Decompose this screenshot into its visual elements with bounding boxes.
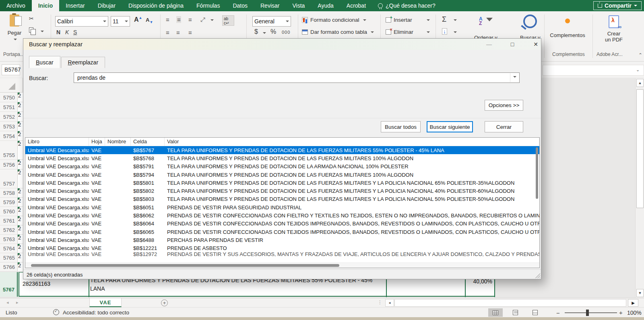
partial-cell[interactable]: 2 bbox=[18, 188, 23, 198]
bold-button[interactable]: N bbox=[56, 29, 60, 35]
tab-disposicion[interactable]: Disposición de página bbox=[122, 0, 190, 11]
vertical-scrollbar[interactable]: ▲ ▼ bbox=[635, 78, 644, 298]
new-sheet-button[interactable]: + bbox=[161, 299, 168, 306]
increase-font-button[interactable]: A▲ bbox=[134, 16, 142, 23]
result-row[interactable]: Umbral VAE Descarga.xlsxVAE$B$6065PRENDA… bbox=[25, 228, 539, 236]
result-row[interactable]: Umbral VAE Descarga.xlsxVAE$B$5803TELA P… bbox=[25, 195, 539, 203]
page-break-button[interactable] bbox=[528, 308, 542, 317]
result-row[interactable]: Umbral VAE Descarga.xlsxVAE$B$5768TELA P… bbox=[25, 154, 539, 162]
tab-archivo[interactable]: Archivo bbox=[0, 0, 32, 11]
partial-cell[interactable]: 2 bbox=[18, 198, 23, 207]
name-box[interactable]: B5767 bbox=[2, 64, 20, 75]
result-row[interactable]: Umbral VAE Descarga.xlsxVAE$B$5791TELA P… bbox=[25, 163, 539, 171]
horizontal-scrollbar[interactable] bbox=[394, 299, 626, 307]
align-bottom-button[interactable]: ≡ bbox=[188, 16, 192, 23]
accessibility-status[interactable]: Accesibilidad: todo correcto bbox=[63, 310, 129, 316]
align-center-button[interactable]: ≡ bbox=[176, 29, 180, 36]
tab-splitter[interactable]: ⋮ bbox=[378, 299, 382, 305]
partial-cell[interactable]: 2 bbox=[18, 207, 23, 216]
paste-button[interactable]: Pegar bbox=[4, 14, 25, 42]
tab-formulas[interactable]: Fórmulas bbox=[190, 0, 226, 11]
partial-cell[interactable]: 2 bbox=[18, 216, 23, 225]
sheet-tab-vae[interactable]: VAE bbox=[89, 298, 122, 307]
row-header-5761[interactable]: 57612 bbox=[0, 216, 23, 225]
select-all-corner[interactable] bbox=[0, 78, 23, 93]
partial-cell[interactable]: 2 bbox=[18, 169, 23, 188]
tab-datos[interactable]: Datos bbox=[226, 0, 254, 11]
prev-sheet-icon[interactable]: ◂ bbox=[6, 300, 9, 305]
row-header-5764[interactable]: 57642 bbox=[0, 244, 23, 253]
row-header-5751[interactable]: 57512 bbox=[0, 102, 23, 112]
partial-cell[interactable]: 2 bbox=[18, 131, 23, 141]
row-header-5760[interactable]: 57602 bbox=[0, 207, 23, 216]
chevron-down-icon[interactable] bbox=[454, 31, 457, 35]
row-header-5755[interactable]: 57552 bbox=[0, 141, 23, 160]
cut-button[interactable]: ✂ bbox=[29, 15, 34, 22]
partial-cell[interactable]: 2 bbox=[18, 122, 23, 131]
tell-me-search[interactable]: ¿Qué desea hacer? bbox=[372, 0, 441, 11]
row-header-5759[interactable]: 57592 bbox=[0, 198, 23, 207]
row-header-5756[interactable]: 57562 bbox=[0, 160, 23, 169]
zoom-in-button[interactable]: + bbox=[619, 309, 623, 316]
hscroll-right-icon[interactable]: ▶ bbox=[628, 299, 638, 307]
tab-dibujar[interactable]: Dibujar bbox=[91, 0, 122, 11]
align-top-button[interactable]: ≡ bbox=[166, 16, 169, 23]
tab-ayuda[interactable]: Ayuda bbox=[311, 0, 340, 11]
col-valor[interactable]: Valor bbox=[165, 138, 539, 146]
result-row[interactable]: Umbral VAE Descarga.xlsxVAE$B$6064PRENDA… bbox=[25, 220, 539, 228]
chevron-down-icon[interactable] bbox=[41, 31, 44, 34]
hscroll-left-icon[interactable]: ◂ bbox=[385, 299, 394, 307]
partial-cell[interactable]: 2 bbox=[18, 244, 23, 253]
font-name-combo[interactable]: Calibri bbox=[55, 16, 108, 27]
create-pdf-button[interactable]: Crear un PDF bbox=[598, 15, 630, 43]
result-row[interactable]: Umbral VAE Descarga.xlsxVAE$B$6062PRENDA… bbox=[25, 211, 539, 219]
partial-cell[interactable]: 2 bbox=[18, 112, 23, 122]
align-right-button[interactable]: ≡ bbox=[188, 29, 192, 36]
result-row[interactable]: Umbral VAE Descarga.xlsxVAE$B$12221PREND… bbox=[25, 244, 539, 252]
zoom-out-button[interactable]: − bbox=[556, 310, 560, 316]
partial-cell[interactable]: 2 bbox=[18, 160, 23, 169]
results-hscroll-thumb[interactable] bbox=[31, 264, 339, 267]
autosum-button[interactable]: Σ bbox=[442, 15, 446, 24]
next-sheet-icon[interactable]: ▸ bbox=[16, 300, 19, 305]
partial-cell[interactable]: 2 bbox=[18, 93, 23, 102]
tab-revisar[interactable]: Revisar bbox=[254, 0, 286, 11]
chevron-down-icon[interactable] bbox=[211, 19, 214, 23]
underline-button[interactable]: S bbox=[73, 29, 77, 35]
col-hoja[interactable]: Hoja bbox=[89, 138, 105, 146]
partial-cell[interactable]: 2 bbox=[18, 235, 23, 244]
italic-button[interactable]: K bbox=[65, 29, 69, 35]
row-header-5762[interactable]: 57622 bbox=[0, 225, 23, 235]
tab-reemplazar[interactable]: Reemplazar bbox=[61, 57, 105, 68]
dialog-titlebar[interactable]: Buscar y reemplazar bbox=[23, 39, 541, 50]
addins-button[interactable]: Complementos bbox=[547, 19, 588, 38]
tab-vista[interactable]: Vista bbox=[286, 0, 311, 11]
copy-button[interactable] bbox=[29, 27, 33, 34]
combo-dropdown-button[interactable] bbox=[510, 73, 519, 82]
zoom-level[interactable]: 100% bbox=[627, 310, 642, 316]
result-row[interactable]: Umbral VAE Descarga.xlsxVAE$B$5767TELA P… bbox=[25, 146, 539, 154]
collapse-ribbon-button[interactable]: ⌃ bbox=[638, 52, 642, 58]
find-all-button[interactable]: Buscar todos bbox=[381, 121, 421, 132]
expand-formula-bar-icon[interactable]: ⌄ bbox=[636, 67, 640, 72]
zoom-slider-thumb[interactable] bbox=[586, 310, 589, 316]
page-layout-button[interactable] bbox=[508, 308, 522, 317]
row-header-5767[interactable]: 5767 bbox=[0, 272, 18, 297]
result-row[interactable]: Umbral VAE Descarga.xlsxVAE$B$5794TELA P… bbox=[25, 171, 539, 179]
tab-acrobat[interactable]: Acrobat bbox=[340, 0, 372, 11]
partial-cell[interactable]: 2 bbox=[18, 102, 23, 112]
result-row[interactable]: Umbral VAE Descarga.xlsxVAE$B$6488PERCHA… bbox=[25, 236, 539, 244]
scroll-down-icon[interactable]: ▼ bbox=[636, 289, 644, 297]
font-size-combo[interactable]: 11 bbox=[111, 16, 130, 27]
align-middle-button[interactable]: ≡ bbox=[176, 16, 181, 23]
delete-cells-button[interactable]: Eliminar bbox=[386, 29, 430, 35]
partial-cell[interactable]: 2 bbox=[18, 262, 23, 272]
percent-button[interactable]: % bbox=[270, 28, 276, 35]
sort-filter-button[interactable]: AZ bbox=[479, 17, 493, 26]
partial-cell[interactable]: 2 bbox=[18, 141, 23, 160]
col-libro[interactable]: Libro bbox=[25, 138, 89, 146]
results-list[interactable]: Libro Hoja Nombre Celda Valor Umbral VAE… bbox=[25, 137, 540, 268]
resize-grip[interactable] bbox=[535, 273, 540, 278]
chevron-down-icon[interactable] bbox=[263, 32, 266, 35]
chevron-down-icon[interactable] bbox=[454, 19, 457, 23]
